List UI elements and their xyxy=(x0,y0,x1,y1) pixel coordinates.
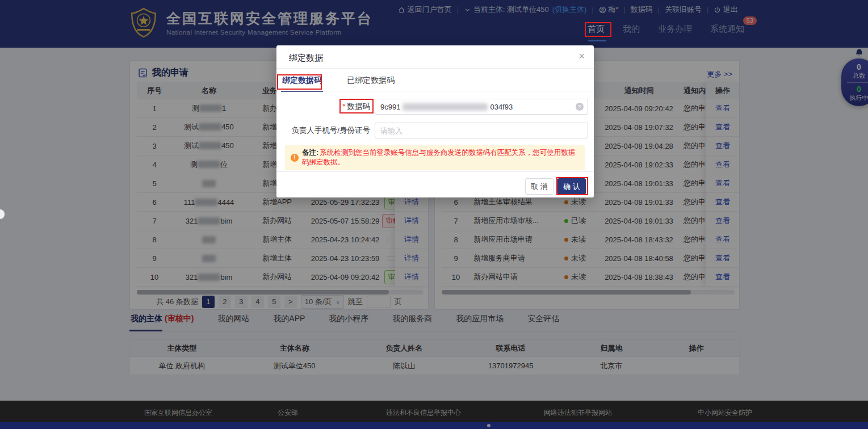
annotation-box-code-label xyxy=(339,99,374,113)
data-code-input[interactable]: 9c991 034f93 × xyxy=(375,99,588,115)
contact-input[interactable] xyxy=(380,127,573,135)
data-code-field-row: *数据码 9c991 034f93 × xyxy=(276,99,588,115)
data-code-value-prefix: 9c991 xyxy=(380,103,400,111)
data-code-redacted-blob xyxy=(402,103,488,111)
modal-note-text: 备注:系统检测到您当前登录账号信息与服务商发送的数据码有匹配关系，您可使用数据码… xyxy=(302,148,580,167)
bind-data-modal: 绑定数据 × 绑定数据码已绑定数据码 *数据码 9c991 034f93 × 负… xyxy=(276,45,594,197)
modal-title: 绑定数据 xyxy=(289,53,323,64)
modal-tab-已绑定数据码[interactable]: 已绑定数据码 xyxy=(346,75,396,91)
close-icon[interactable]: × xyxy=(578,51,585,62)
annotation-box-confirm-btn xyxy=(556,177,588,195)
warning-icon: ! xyxy=(291,154,299,162)
modal-tabs-divider xyxy=(276,91,594,91)
contact-field-row: 负责人手机号/身份证号 xyxy=(276,123,588,138)
clear-input-icon[interactable]: × xyxy=(576,103,584,111)
annotation-box-bind-tab xyxy=(277,74,322,90)
modal-header-divider xyxy=(276,68,594,69)
annotation-box-home-nav xyxy=(585,22,611,37)
note-label: 备注: xyxy=(302,149,318,157)
contact-label: 负责人手机号/身份证号 xyxy=(276,125,370,136)
cancel-button[interactable]: 取 消 xyxy=(525,178,553,195)
modal-footer-divider xyxy=(276,171,594,172)
modal-note-banner: ! 备注:系统检测到您当前登录账号信息与服务商发送的数据码有匹配关系，您可使用数… xyxy=(285,145,585,170)
data-code-value-suffix: 034f93 xyxy=(490,103,513,111)
contact-input-wrap xyxy=(375,123,588,138)
